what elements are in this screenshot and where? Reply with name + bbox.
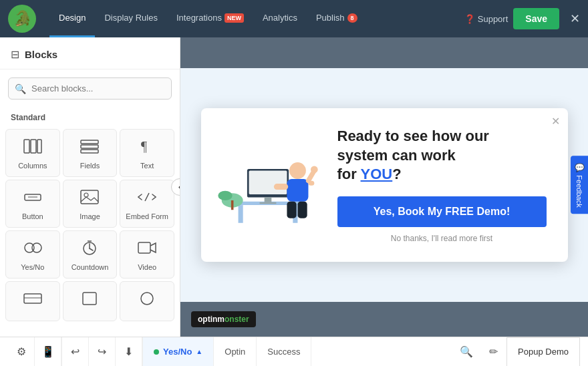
block-extra1[interactable] xyxy=(5,281,60,321)
bottom-tab-optin[interactable]: Optin xyxy=(214,337,257,367)
block-columns-label: Columns xyxy=(18,162,47,170)
mobile-icon-button[interactable]: 📱 xyxy=(35,337,61,367)
redo-button[interactable]: ↪ xyxy=(89,337,116,367)
block-image[interactable]: Image xyxy=(63,180,118,228)
chevron-up-icon: ▲ xyxy=(196,348,202,355)
svg-point-31 xyxy=(218,191,232,200)
search-input[interactable] xyxy=(8,77,172,100)
canvas-top-bar xyxy=(180,37,588,68)
tab-display-rules[interactable]: Display Rules xyxy=(95,0,166,37)
text-icon: ¶ xyxy=(138,139,156,158)
tab-integrations[interactable]: Integrations NEW xyxy=(167,0,253,37)
block-text-label: Text xyxy=(140,162,154,170)
block-yes-no[interactable]: Yes/No xyxy=(5,230,60,279)
download-button[interactable]: ⬇ xyxy=(116,337,142,367)
logo-area: 🐊 xyxy=(8,5,36,33)
popup-demo-button[interactable]: Popup Demo xyxy=(506,337,580,367)
bottom-search-button[interactable]: 🔍 xyxy=(453,337,480,367)
active-dot xyxy=(154,349,159,355)
tab-analytics[interactable]: Analytics xyxy=(253,0,307,37)
svg-rect-34 xyxy=(287,179,308,202)
svg-rect-38 xyxy=(297,202,307,218)
feedback-icon: 💬 xyxy=(575,162,584,172)
popup-content: Ready to see how our system can work for… xyxy=(337,127,547,243)
svg-rect-5 xyxy=(81,150,98,153)
fields-icon xyxy=(80,139,99,158)
canvas-bottom-bar: optinmonster xyxy=(180,302,588,337)
close-button[interactable]: ✕ xyxy=(570,11,580,26)
sidebar: ⊟ Blocks 🔍 Standard Columns Fields xyxy=(0,37,180,337)
sidebar-header: ⊟ Blocks xyxy=(0,37,180,69)
tab-design[interactable]: Design xyxy=(49,0,95,37)
block-image-label: Image xyxy=(80,212,100,220)
popup-card: ✕ xyxy=(201,108,568,262)
svg-rect-19 xyxy=(24,294,41,303)
optinmonster-logo: optinmonster xyxy=(191,311,256,327)
standard-section-label: Standard xyxy=(0,108,180,126)
svg-rect-21 xyxy=(83,293,96,305)
main-content: ⊟ Blocks 🔍 Standard Columns Fields xyxy=(0,37,588,337)
block-fields-label: Fields xyxy=(80,162,100,170)
svg-rect-32 xyxy=(231,200,233,210)
svg-rect-27 xyxy=(249,170,287,194)
save-button[interactable]: Save xyxy=(513,8,559,29)
block-countdown[interactable]: Countdown xyxy=(63,230,118,279)
svg-line-11 xyxy=(145,193,149,201)
block-text[interactable]: ¶ Text xyxy=(120,129,174,177)
block-columns[interactable]: Columns xyxy=(5,129,60,177)
canvas-area: ✕ xyxy=(180,37,588,337)
popup-heading: Ready to see how our system can work for… xyxy=(337,127,547,184)
block-extra2[interactable] xyxy=(63,281,118,321)
new-badge: NEW xyxy=(225,13,244,23)
block-extra3[interactable] xyxy=(120,281,174,321)
block-button-label: Button xyxy=(22,212,43,220)
popup-dismiss-link[interactable]: No thanks, I'll read more first xyxy=(337,234,547,243)
svg-rect-2 xyxy=(37,140,41,153)
support-button[interactable]: ❓ Support xyxy=(464,14,508,24)
block-video-label: Video xyxy=(138,263,156,271)
canvas-middle: ✕ xyxy=(180,68,588,302)
block-button[interactable]: Button xyxy=(5,180,60,228)
image-icon xyxy=(80,190,99,208)
bottom-tab-yes-no[interactable]: Yes/No ▲ xyxy=(143,337,214,367)
svg-rect-9 xyxy=(81,190,98,204)
svg-rect-18 xyxy=(138,242,150,253)
main-nav: Design Display Rules Integrations NEW An… xyxy=(49,0,367,37)
popup-cta-button[interactable]: Yes, Book My FREE Demo! xyxy=(337,196,547,227)
block-embed-form[interactable]: Embed Form xyxy=(120,180,174,228)
question-icon: ❓ xyxy=(464,14,475,24)
block-embed-form-label: Embed Form xyxy=(126,212,168,220)
extra3-icon xyxy=(138,291,156,310)
tab-publish[interactable]: Publish 8 xyxy=(307,0,367,37)
bottom-bar-right: 🔍 ✏ Popup Demo xyxy=(453,337,580,367)
app-logo: 🐊 xyxy=(8,5,36,33)
bottom-bar: ⚙ 📱 ↩ ↪ ⬇ Yes/No ▲ Optin Success 🔍 ✏ Pop… xyxy=(0,337,588,366)
bottom-tab-success[interactable]: Success xyxy=(257,337,311,367)
video-icon xyxy=(138,240,156,259)
block-video[interactable]: Video xyxy=(120,230,174,279)
svg-rect-28 xyxy=(264,197,271,202)
settings-icon-button[interactable]: ⚙ xyxy=(8,337,35,367)
svg-point-33 xyxy=(289,162,305,179)
undo-button[interactable]: ↩ xyxy=(62,337,89,367)
search-icon: 🔍 xyxy=(15,83,26,94)
feedback-tab[interactable]: 💬 Feedback xyxy=(571,156,588,214)
popup-close-button[interactable]: ✕ xyxy=(551,115,560,128)
svg-point-40 xyxy=(310,166,317,173)
svg-text:¶: ¶ xyxy=(141,139,147,154)
sidebar-title: Blocks xyxy=(25,49,57,60)
svg-rect-24 xyxy=(238,205,243,223)
search-box: 🔍 xyxy=(8,77,172,100)
popup-illustration xyxy=(214,136,321,234)
svg-rect-0 xyxy=(24,140,29,153)
svg-rect-3 xyxy=(81,140,98,144)
countdown-icon xyxy=(80,240,99,259)
extra2-icon xyxy=(80,291,99,310)
bottom-edit-button[interactable]: ✏ xyxy=(480,337,506,367)
svg-rect-37 xyxy=(287,202,296,218)
svg-point-13 xyxy=(32,243,41,252)
block-fields[interactable]: Fields xyxy=(63,129,118,177)
svg-point-12 xyxy=(25,243,34,252)
block-countdown-label: Countdown xyxy=(71,263,109,271)
svg-rect-35 xyxy=(273,184,287,190)
